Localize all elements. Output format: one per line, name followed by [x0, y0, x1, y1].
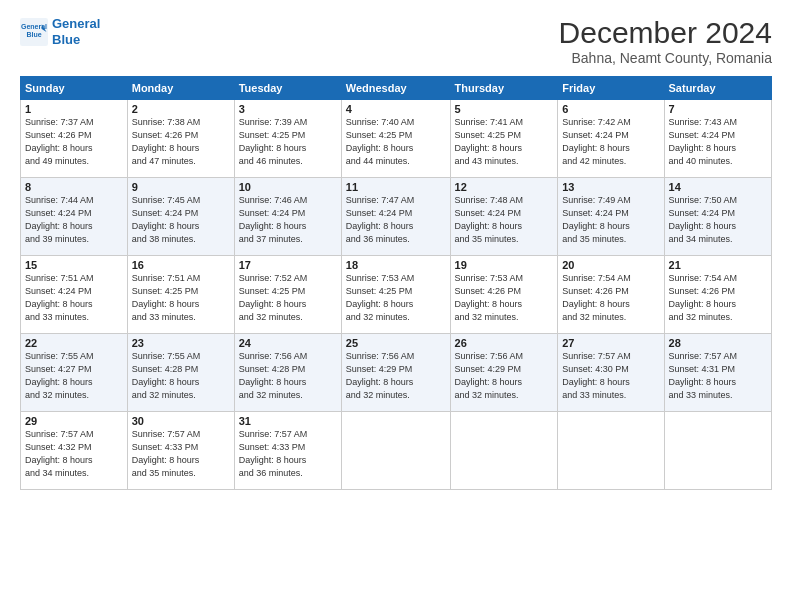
day-number: 20 — [562, 259, 659, 271]
day-info: Sunrise: 7:49 AM Sunset: 4:24 PM Dayligh… — [562, 194, 659, 246]
day-info: Sunrise: 7:54 AM Sunset: 4:26 PM Dayligh… — [562, 272, 659, 324]
logo: General Blue General Blue — [20, 16, 100, 47]
day-info: Sunrise: 7:54 AM Sunset: 4:26 PM Dayligh… — [669, 272, 767, 324]
page: General Blue General Blue December 2024 … — [0, 0, 792, 612]
calendar-cell: 18Sunrise: 7:53 AM Sunset: 4:25 PM Dayli… — [341, 256, 450, 334]
day-number: 26 — [455, 337, 554, 349]
subtitle: Bahna, Neamt County, Romania — [559, 50, 772, 66]
day-number: 16 — [132, 259, 230, 271]
month-title: December 2024 — [559, 16, 772, 50]
day-number: 14 — [669, 181, 767, 193]
day-info: Sunrise: 7:38 AM Sunset: 4:26 PM Dayligh… — [132, 116, 230, 168]
calendar-week-5: 29Sunrise: 7:57 AM Sunset: 4:32 PM Dayli… — [21, 412, 772, 490]
day-info: Sunrise: 7:57 AM Sunset: 4:33 PM Dayligh… — [239, 428, 337, 480]
calendar-header-wednesday: Wednesday — [341, 77, 450, 100]
day-info: Sunrise: 7:43 AM Sunset: 4:24 PM Dayligh… — [669, 116, 767, 168]
logo-text: General Blue — [52, 16, 100, 47]
day-info: Sunrise: 7:52 AM Sunset: 4:25 PM Dayligh… — [239, 272, 337, 324]
calendar-header-friday: Friday — [558, 77, 664, 100]
calendar-week-3: 15Sunrise: 7:51 AM Sunset: 4:24 PM Dayli… — [21, 256, 772, 334]
calendar-cell: 15Sunrise: 7:51 AM Sunset: 4:24 PM Dayli… — [21, 256, 128, 334]
calendar-cell: 4Sunrise: 7:40 AM Sunset: 4:25 PM Daylig… — [341, 100, 450, 178]
logo-line1: General — [52, 16, 100, 31]
calendar-cell: 1Sunrise: 7:37 AM Sunset: 4:26 PM Daylig… — [21, 100, 128, 178]
day-number: 27 — [562, 337, 659, 349]
calendar-header-tuesday: Tuesday — [234, 77, 341, 100]
calendar-week-4: 22Sunrise: 7:55 AM Sunset: 4:27 PM Dayli… — [21, 334, 772, 412]
day-number: 7 — [669, 103, 767, 115]
day-number: 17 — [239, 259, 337, 271]
calendar-cell: 11Sunrise: 7:47 AM Sunset: 4:24 PM Dayli… — [341, 178, 450, 256]
day-info: Sunrise: 7:53 AM Sunset: 4:25 PM Dayligh… — [346, 272, 446, 324]
calendar-cell: 20Sunrise: 7:54 AM Sunset: 4:26 PM Dayli… — [558, 256, 664, 334]
day-number: 31 — [239, 415, 337, 427]
calendar-cell: 9Sunrise: 7:45 AM Sunset: 4:24 PM Daylig… — [127, 178, 234, 256]
day-number: 24 — [239, 337, 337, 349]
day-number: 6 — [562, 103, 659, 115]
day-number: 13 — [562, 181, 659, 193]
calendar-cell: 6Sunrise: 7:42 AM Sunset: 4:24 PM Daylig… — [558, 100, 664, 178]
day-number: 4 — [346, 103, 446, 115]
calendar-cell: 17Sunrise: 7:52 AM Sunset: 4:25 PM Dayli… — [234, 256, 341, 334]
day-number: 30 — [132, 415, 230, 427]
calendar-cell: 25Sunrise: 7:56 AM Sunset: 4:29 PM Dayli… — [341, 334, 450, 412]
day-number: 28 — [669, 337, 767, 349]
day-info: Sunrise: 7:51 AM Sunset: 4:25 PM Dayligh… — [132, 272, 230, 324]
day-info: Sunrise: 7:55 AM Sunset: 4:28 PM Dayligh… — [132, 350, 230, 402]
day-info: Sunrise: 7:55 AM Sunset: 4:27 PM Dayligh… — [25, 350, 123, 402]
day-info: Sunrise: 7:46 AM Sunset: 4:24 PM Dayligh… — [239, 194, 337, 246]
calendar-cell: 27Sunrise: 7:57 AM Sunset: 4:30 PM Dayli… — [558, 334, 664, 412]
calendar-week-2: 8Sunrise: 7:44 AM Sunset: 4:24 PM Daylig… — [21, 178, 772, 256]
calendar-cell: 19Sunrise: 7:53 AM Sunset: 4:26 PM Dayli… — [450, 256, 558, 334]
calendar-header-sunday: Sunday — [21, 77, 128, 100]
day-info: Sunrise: 7:56 AM Sunset: 4:29 PM Dayligh… — [455, 350, 554, 402]
logo-icon: General Blue — [20, 18, 48, 46]
day-info: Sunrise: 7:56 AM Sunset: 4:28 PM Dayligh… — [239, 350, 337, 402]
calendar-cell: 2Sunrise: 7:38 AM Sunset: 4:26 PM Daylig… — [127, 100, 234, 178]
day-number: 25 — [346, 337, 446, 349]
day-info: Sunrise: 7:56 AM Sunset: 4:29 PM Dayligh… — [346, 350, 446, 402]
calendar-header-monday: Monday — [127, 77, 234, 100]
day-number: 1 — [25, 103, 123, 115]
calendar-cell: 28Sunrise: 7:57 AM Sunset: 4:31 PM Dayli… — [664, 334, 771, 412]
day-number: 21 — [669, 259, 767, 271]
calendar-cell: 8Sunrise: 7:44 AM Sunset: 4:24 PM Daylig… — [21, 178, 128, 256]
calendar-cell: 13Sunrise: 7:49 AM Sunset: 4:24 PM Dayli… — [558, 178, 664, 256]
header: General Blue General Blue December 2024 … — [20, 16, 772, 66]
calendar-cell: 24Sunrise: 7:56 AM Sunset: 4:28 PM Dayli… — [234, 334, 341, 412]
calendar-cell: 7Sunrise: 7:43 AM Sunset: 4:24 PM Daylig… — [664, 100, 771, 178]
day-number: 8 — [25, 181, 123, 193]
calendar-cell: 23Sunrise: 7:55 AM Sunset: 4:28 PM Dayli… — [127, 334, 234, 412]
day-info: Sunrise: 7:40 AM Sunset: 4:25 PM Dayligh… — [346, 116, 446, 168]
day-number: 5 — [455, 103, 554, 115]
day-number: 22 — [25, 337, 123, 349]
calendar-cell: 31Sunrise: 7:57 AM Sunset: 4:33 PM Dayli… — [234, 412, 341, 490]
day-number: 12 — [455, 181, 554, 193]
day-number: 29 — [25, 415, 123, 427]
day-number: 3 — [239, 103, 337, 115]
calendar-header-saturday: Saturday — [664, 77, 771, 100]
day-info: Sunrise: 7:57 AM Sunset: 4:33 PM Dayligh… — [132, 428, 230, 480]
calendar-cell: 26Sunrise: 7:56 AM Sunset: 4:29 PM Dayli… — [450, 334, 558, 412]
day-info: Sunrise: 7:57 AM Sunset: 4:32 PM Dayligh… — [25, 428, 123, 480]
day-number: 15 — [25, 259, 123, 271]
calendar-header-thursday: Thursday — [450, 77, 558, 100]
calendar-cell: 12Sunrise: 7:48 AM Sunset: 4:24 PM Dayli… — [450, 178, 558, 256]
day-number: 11 — [346, 181, 446, 193]
calendar-cell — [664, 412, 771, 490]
day-info: Sunrise: 7:51 AM Sunset: 4:24 PM Dayligh… — [25, 272, 123, 324]
day-info: Sunrise: 7:42 AM Sunset: 4:24 PM Dayligh… — [562, 116, 659, 168]
day-info: Sunrise: 7:39 AM Sunset: 4:25 PM Dayligh… — [239, 116, 337, 168]
calendar-cell: 14Sunrise: 7:50 AM Sunset: 4:24 PM Dayli… — [664, 178, 771, 256]
day-number: 19 — [455, 259, 554, 271]
calendar-cell — [558, 412, 664, 490]
calendar-table: SundayMondayTuesdayWednesdayThursdayFrid… — [20, 76, 772, 490]
day-info: Sunrise: 7:57 AM Sunset: 4:31 PM Dayligh… — [669, 350, 767, 402]
day-info: Sunrise: 7:41 AM Sunset: 4:25 PM Dayligh… — [455, 116, 554, 168]
calendar-cell: 22Sunrise: 7:55 AM Sunset: 4:27 PM Dayli… — [21, 334, 128, 412]
day-number: 2 — [132, 103, 230, 115]
day-info: Sunrise: 7:45 AM Sunset: 4:24 PM Dayligh… — [132, 194, 230, 246]
calendar-cell: 21Sunrise: 7:54 AM Sunset: 4:26 PM Dayli… — [664, 256, 771, 334]
calendar-week-1: 1Sunrise: 7:37 AM Sunset: 4:26 PM Daylig… — [21, 100, 772, 178]
calendar-cell: 29Sunrise: 7:57 AM Sunset: 4:32 PM Dayli… — [21, 412, 128, 490]
